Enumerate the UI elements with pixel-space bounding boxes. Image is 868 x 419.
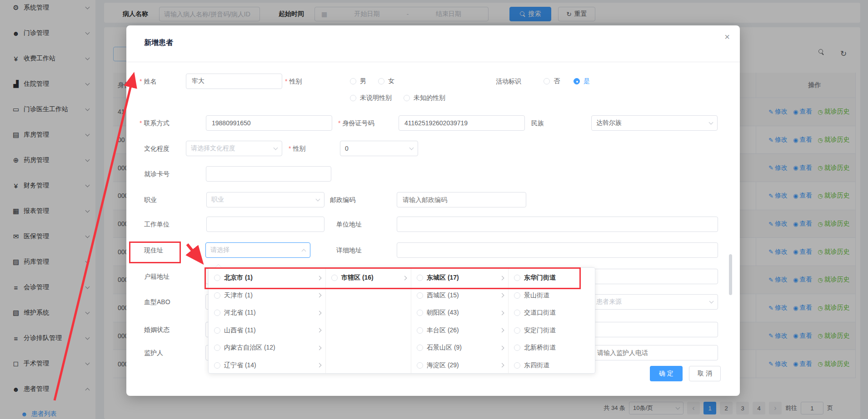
gender-unknown-radio[interactable]: 未知的性别	[404, 94, 445, 102]
gender-radio-label: *性别	[285, 74, 302, 89]
ethnic-label: 民族	[531, 115, 544, 131]
chevron-down-icon	[709, 299, 714, 303]
blood-type-label: 血型ABO	[144, 294, 170, 310]
visit-card-input[interactable]	[206, 166, 331, 182]
cascader-option[interactable]: 海淀区 (29)	[411, 357, 508, 374]
chevron-right-icon	[317, 345, 322, 350]
ethnic-select[interactable]: 达斡尔族	[591, 115, 718, 131]
cascader-option[interactable]: 天津市 (1)	[209, 287, 325, 305]
current-address-cascader[interactable]: 请选择	[205, 242, 310, 258]
radio-icon[interactable]	[417, 345, 423, 351]
cascader-street-column: 东华门街道 景山街道 交道口街道 安定门街道	[509, 268, 595, 373]
unit-address-label: 单位地址	[336, 217, 362, 232]
modal-scrollbar[interactable]	[729, 254, 732, 295]
cascader-option[interactable]: 西城区 (15)	[411, 287, 508, 305]
chevron-right-icon	[500, 363, 504, 368]
radio-icon[interactable]	[214, 275, 220, 281]
radio-icon[interactable]	[214, 345, 220, 351]
active-yes-radio[interactable]: 是	[574, 77, 590, 85]
chevron-down-icon	[316, 197, 320, 201]
chevron-right-icon	[317, 328, 322, 333]
cascader-option[interactable]: 东城区 (17)	[411, 269, 508, 287]
chevron-down-icon	[409, 145, 414, 150]
gender-male-radio[interactable]: 男	[350, 77, 366, 85]
chevron-down-icon	[274, 145, 278, 150]
chevron-right-icon	[500, 311, 504, 315]
chevron-down-icon	[709, 120, 713, 124]
name-input[interactable]	[186, 74, 282, 89]
contact-input[interactable]	[206, 115, 332, 131]
cascader-province-column: 北京市 (1) 天津市 (1) 河北省 (11) 山西省 (11)	[209, 268, 326, 373]
radio-icon[interactable]	[417, 275, 423, 281]
modal-divider	[126, 62, 740, 62]
marital-extra-input[interactable]	[591, 322, 718, 337]
unit-address-input[interactable]	[397, 217, 718, 232]
radio-icon[interactable]	[331, 275, 338, 281]
cascader-option[interactable]: 安定门街道	[509, 322, 595, 340]
cascader-option[interactable]: 河北省 (11)	[209, 304, 325, 322]
cancel-button[interactable]: 取 消	[689, 366, 721, 381]
radio-icon[interactable]	[214, 292, 220, 299]
cascader-district-column: 东城区 (17) 西城区 (15) 朝阳区 (43) 丰台区 (26)	[411, 268, 509, 373]
detail-address-label: 详细地址	[336, 242, 362, 258]
gender-select[interactable]: 0	[340, 141, 418, 156]
education-select[interactable]: 请选择文化程度	[186, 141, 282, 156]
occupation-select[interactable]: 职业	[206, 192, 324, 207]
radio-icon[interactable]	[514, 362, 520, 369]
cascader-option[interactable]: 景山街道	[509, 287, 595, 305]
cascader-option[interactable]: 北新桥街道	[509, 339, 595, 357]
cascader-option[interactable]: 交道口街道	[509, 304, 595, 322]
work-unit-input[interactable]	[206, 217, 324, 232]
postcode-input[interactable]	[397, 192, 526, 207]
current-address-label: 现住址	[144, 242, 163, 258]
id-card-input[interactable]	[399, 115, 525, 131]
chevron-right-icon	[500, 345, 504, 350]
radio-icon[interactable]	[214, 362, 220, 369]
modal-title: 新增患者	[144, 38, 173, 48]
visit-card-label: 就诊卡号	[144, 166, 170, 182]
cascader-option[interactable]: 辽宁省 (14)	[209, 357, 325, 374]
confirm-button[interactable]: 确 定	[650, 366, 683, 381]
close-icon[interactable]: ×	[724, 32, 730, 42]
occupation-label: 职业	[144, 192, 157, 207]
detail-address-input[interactable]	[397, 242, 718, 258]
radio-icon[interactable]	[514, 292, 520, 299]
patient-source-select[interactable]: 患者来源	[591, 294, 718, 310]
radio-icon[interactable]	[417, 292, 423, 299]
cascader-option[interactable]: 朝阳区 (43)	[411, 304, 508, 322]
cascader-option[interactable]: 石景山区 (9)	[411, 339, 508, 357]
cascader-option[interactable]: 山西省 (11)	[209, 322, 325, 340]
radio-icon[interactable]	[514, 345, 520, 351]
cascader-option[interactable]: 东四街道	[509, 357, 595, 374]
gender-select-label: *性别	[289, 141, 305, 156]
radio-icon[interactable]	[214, 310, 220, 316]
radio-icon[interactable]	[417, 362, 423, 369]
gender-extra-radio-group: 未说明性别 未知的性别	[350, 90, 445, 106]
cascader-option[interactable]: 东华门街道	[509, 269, 595, 287]
household-detail-input[interactable]	[591, 269, 718, 284]
chevron-right-icon	[500, 276, 504, 280]
gender-female-radio[interactable]: 女	[378, 77, 394, 85]
household-address-label: 户籍地址	[144, 269, 170, 284]
radio-icon[interactable]	[417, 310, 423, 316]
chevron-right-icon	[317, 293, 322, 298]
chevron-right-icon	[317, 363, 322, 368]
radio-icon[interactable]	[214, 327, 220, 334]
radio-icon[interactable]	[514, 275, 520, 281]
id-card-label: *身份证号码	[338, 115, 374, 131]
guardian-label: 监护人	[144, 345, 163, 360]
cascader-city-column: 市辖区 (16)	[326, 268, 411, 373]
gender-unspecified-radio[interactable]: 未说明性别	[350, 94, 392, 102]
contact-label: *联系方式	[140, 115, 169, 131]
guardian-phone-input[interactable]	[591, 345, 718, 360]
radio-icon[interactable]	[514, 327, 520, 334]
cascader-option[interactable]: 市辖区 (16)	[326, 269, 411, 287]
radio-icon[interactable]	[514, 310, 520, 316]
radio-icon[interactable]	[417, 327, 423, 334]
active-no-radio[interactable]: 否	[544, 77, 560, 85]
cascader-option[interactable]: 北京市 (1)	[209, 269, 325, 287]
cascader-option[interactable]: 丰台区 (26)	[411, 322, 508, 340]
cascader-option[interactable]: 内蒙古自治区 (12)	[209, 339, 325, 357]
work-unit-label: 工作单位	[144, 217, 170, 232]
chevron-right-icon	[500, 328, 504, 333]
